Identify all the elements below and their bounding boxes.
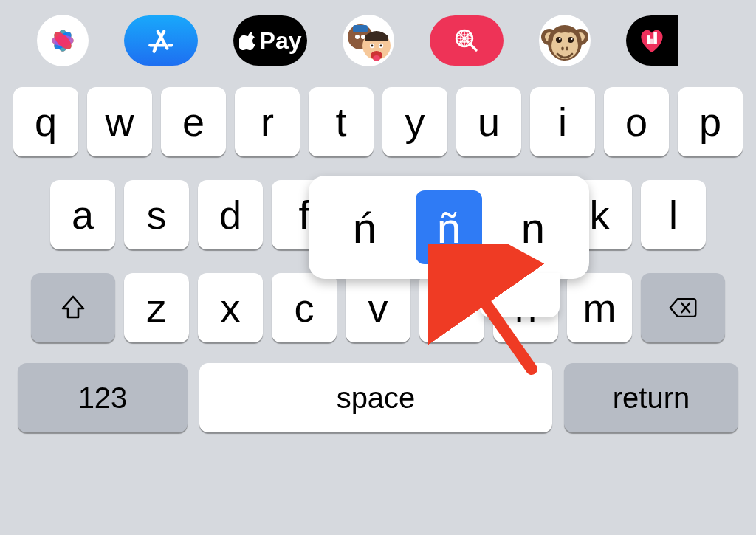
key-label: p [699, 99, 721, 145]
key-label: e [182, 99, 205, 145]
key-b[interactable]: b [419, 273, 484, 342]
applepay-label: Pay [260, 27, 302, 55]
imessage-app-strip: Pay [0, 0, 756, 81]
svg-rect-36 [647, 35, 650, 44]
svg-rect-38 [650, 39, 654, 44]
return-key[interactable]: return [564, 363, 738, 432]
memoji-icon[interactable] [343, 15, 394, 66]
accent-option-n-plain[interactable]: n [500, 190, 566, 264]
applepay-icon[interactable]: Pay [233, 15, 307, 66]
key-p[interactable]: p [678, 87, 743, 156]
accent-option-n-tilde[interactable]: ñ [416, 190, 482, 264]
svg-point-10 [355, 35, 360, 39]
shift-icon [58, 293, 88, 322]
key-u[interactable]: u [456, 87, 521, 156]
accent-character-popup: ń ñ n [309, 176, 589, 279]
key-z[interactable]: z [124, 273, 189, 342]
key-label: return [613, 382, 690, 415]
key-d[interactable]: d [198, 180, 263, 249]
svg-rect-9 [353, 25, 368, 32]
key-w[interactable]: w [87, 87, 152, 156]
key-label: q [35, 99, 57, 145]
key-label: 123 [78, 382, 128, 415]
key-e[interactable]: e [161, 87, 226, 156]
svg-point-15 [371, 45, 374, 47]
key-r[interactable]: r [235, 87, 300, 156]
key-l[interactable]: l [641, 180, 706, 249]
key-label: y [405, 99, 425, 145]
accent-label: ñ [437, 203, 461, 252]
space-key[interactable]: space [199, 363, 552, 432]
key-label: space [337, 382, 416, 415]
key-y[interactable]: y [382, 87, 447, 156]
key-label: l [669, 192, 678, 238]
key-label: v [368, 285, 388, 331]
key-label: i [558, 99, 567, 145]
key-m[interactable]: m [567, 273, 632, 342]
key-q[interactable]: q [13, 87, 78, 156]
key-label: b [441, 285, 463, 331]
key-label: t [335, 99, 346, 145]
svg-point-30 [556, 37, 562, 43]
key-label: a [72, 192, 94, 238]
key-label: s [147, 192, 167, 238]
key-v[interactable]: v [346, 273, 410, 342]
key-o[interactable]: o [604, 87, 669, 156]
svg-point-35 [566, 47, 568, 51]
key-label: d [219, 192, 241, 238]
key-row-3: z x c v b n m [0, 273, 756, 342]
appstore-icon[interactable] [124, 15, 198, 66]
key-row-bottom: 123 space return [0, 363, 756, 432]
svg-point-34 [561, 47, 564, 51]
accent-option-n-acute[interactable]: ń [331, 190, 398, 264]
key-row-1: q w e r t y u i o p [0, 87, 756, 156]
key-label: z [147, 285, 167, 331]
svg-point-31 [568, 37, 574, 43]
health-icon[interactable] [626, 15, 678, 66]
key-i[interactable]: i [530, 87, 595, 156]
key-label: m [583, 285, 616, 331]
accent-label: n [521, 203, 545, 252]
shift-key[interactable] [31, 273, 115, 342]
svg-point-32 [559, 38, 561, 41]
delete-key[interactable] [641, 273, 725, 342]
key-label: w [106, 99, 134, 145]
svg-point-33 [571, 38, 573, 41]
key-label: u [478, 99, 500, 145]
key-label: c [295, 285, 315, 331]
numeric-switch-key[interactable]: 123 [18, 363, 188, 432]
key-label: o [625, 99, 647, 145]
key-x[interactable]: x [198, 273, 263, 342]
animoji-monkey-icon[interactable] [539, 15, 591, 66]
backspace-icon [668, 293, 698, 322]
key-label: x [221, 285, 241, 331]
key-c[interactable]: c [272, 273, 337, 342]
svg-rect-37 [653, 32, 657, 44]
photos-icon[interactable] [37, 15, 89, 66]
key-t[interactable]: t [309, 87, 374, 156]
key-s[interactable]: s [124, 180, 189, 249]
key-a[interactable]: a [50, 180, 115, 249]
key-label: k [590, 192, 610, 238]
svg-point-18 [373, 55, 380, 61]
images-search-icon[interactable] [430, 15, 504, 66]
key-label: r [261, 99, 274, 145]
accent-label: ń [353, 203, 377, 252]
svg-point-16 [380, 45, 382, 47]
